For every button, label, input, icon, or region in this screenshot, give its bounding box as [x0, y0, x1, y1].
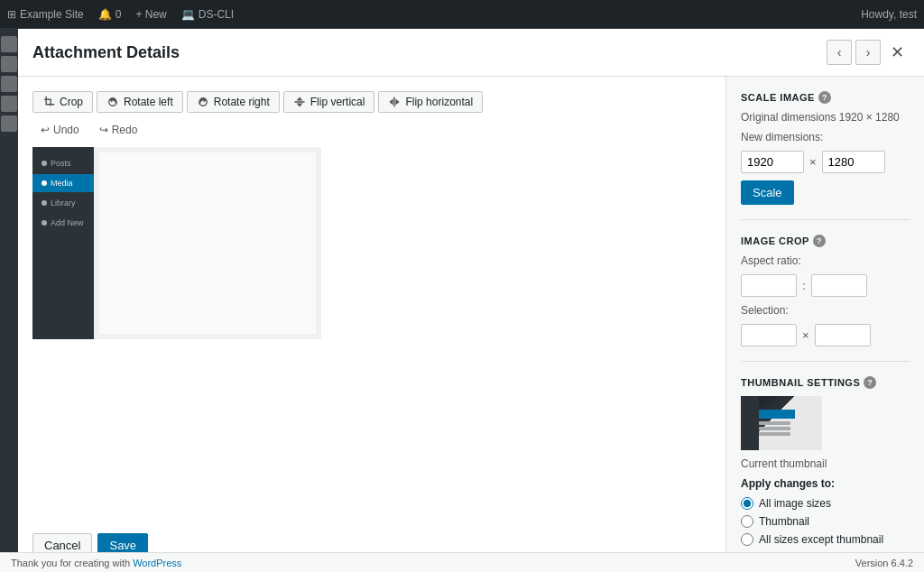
- wp-icon: ⊞: [7, 8, 16, 21]
- aspect-ratio-separator: :: [802, 279, 806, 292]
- sidebar-icon-4: [1, 96, 17, 112]
- dims-separator: ×: [809, 155, 817, 169]
- img-main-sim: [94, 147, 321, 339]
- footer-thanks: Thank you for creating with WordPress: [11, 558, 181, 568]
- original-dims-label: Original dimensions 1920 × 1280: [741, 111, 910, 124]
- aspect-ratio-width-input[interactable]: [741, 274, 797, 297]
- current-thumb-label: Current thumbnail: [741, 457, 910, 470]
- image-crop-section: IMAGE CROP ? Aspect ratio: : Selection: …: [741, 235, 910, 346]
- section-divider-1: [741, 219, 910, 220]
- thumbnail-help-icon[interactable]: ?: [864, 376, 876, 389]
- modal-close-button[interactable]: ✕: [884, 40, 910, 65]
- sidebar-icon-3: [1, 76, 17, 92]
- thumb-text-lines: [759, 421, 790, 436]
- thumb-sidebar: [741, 396, 759, 450]
- attachment-details-modal: Attachment Details ‹ › ✕: [18, 29, 924, 572]
- flip-horizontal-icon: [388, 96, 401, 108]
- history-buttons: ↩ Undo ↪ Redo: [32, 120, 711, 140]
- image-preview-container: Posts Media Library: [32, 147, 711, 522]
- radio-all-sizes-input[interactable]: [741, 497, 753, 510]
- radio-thumbnail-input[interactable]: [741, 515, 753, 528]
- aspect-ratio-label: Aspect ratio:: [741, 254, 910, 267]
- radio-all-sizes[interactable]: All image sizes: [741, 497, 910, 510]
- editor-image-inner: Posts Media Library: [32, 147, 321, 339]
- thumbnail-settings-section: THUMBNAIL SETTINGS ?: [741, 376, 910, 546]
- scale-button[interactable]: Scale: [741, 180, 794, 205]
- scale-image-section: SCALE IMAGE ? Original dimensions 1920 ×…: [741, 91, 910, 205]
- img-sidebar-sim: Posts Media Library: [32, 147, 94, 339]
- image-editor-toolbar: Crop Rotate left Rotate right Flip verti…: [32, 91, 711, 113]
- admin-bar-howdy: Howdy, test: [861, 8, 917, 21]
- scale-help-icon[interactable]: ?: [818, 91, 831, 104]
- selection-separator: ×: [802, 328, 809, 342]
- flip-horizontal-button[interactable]: Flip horizontal: [378, 91, 483, 113]
- admin-bar-cli[interactable]: 💻 DS-CLI: [181, 8, 234, 21]
- wp-sidebar: [0, 29, 18, 572]
- crop-button[interactable]: Crop: [32, 91, 93, 113]
- admin-bar-site[interactable]: ⊞ Example Site: [7, 8, 84, 21]
- sidebar-icon-2: [1, 56, 17, 72]
- aspect-ratio-height-input[interactable]: [811, 274, 867, 297]
- scale-height-input[interactable]: [822, 151, 885, 173]
- modal-nav-buttons: ‹ › ✕: [827, 40, 910, 65]
- dims-row: ×: [741, 151, 910, 173]
- footer-wordpress-link[interactable]: WordPress: [133, 558, 181, 568]
- nav-next-button[interactable]: ›: [855, 40, 881, 65]
- nav-prev-button[interactable]: ‹: [827, 40, 852, 65]
- radio-except-thumbnail[interactable]: All sizes except thumbnail: [741, 533, 910, 546]
- admin-bar-new[interactable]: + New: [135, 8, 166, 21]
- modal-header: Attachment Details ‹ › ✕: [18, 29, 924, 77]
- thumb-text-line-1: [759, 421, 790, 425]
- thumb-blue-bar: [759, 410, 795, 419]
- scale-width-input[interactable]: [741, 151, 804, 173]
- right-sidebar: SCALE IMAGE ? Original dimensions 1920 ×…: [725, 77, 924, 572]
- thumb-inner: [741, 396, 822, 450]
- undo-button[interactable]: ↩ Undo: [32, 120, 88, 140]
- editor-image[interactable]: Posts Media Library: [32, 147, 321, 339]
- img-menu-posts: Posts: [32, 154, 94, 172]
- crop-icon: [42, 96, 55, 108]
- modal-overlay: Attachment Details ‹ › ✕: [18, 29, 924, 572]
- thumb-text-line-3: [759, 432, 790, 436]
- img-menu-media: Media: [32, 174, 94, 192]
- sidebar-icon-1: [1, 36, 17, 52]
- footer-version: Version 6.4.2: [855, 558, 913, 568]
- rotate-right-button[interactable]: Rotate right: [187, 91, 280, 113]
- thumbnail-settings-title: THUMBNAIL SETTINGS ?: [741, 376, 910, 389]
- apply-changes-label: Apply changes to:: [741, 477, 910, 490]
- radio-thumbnail[interactable]: Thumbnail: [741, 515, 910, 528]
- selection-width-input[interactable]: [741, 324, 797, 346]
- admin-bar-updates[interactable]: 🔔 0: [98, 8, 122, 21]
- selection-height-input[interactable]: [815, 324, 871, 346]
- modal-body: Crop Rotate left Rotate right Flip verti…: [18, 77, 924, 572]
- thumb-text-line-2: [759, 427, 790, 430]
- image-editor-main: Crop Rotate left Rotate right Flip verti…: [18, 77, 725, 572]
- flip-vertical-button[interactable]: Flip vertical: [283, 91, 375, 113]
- rotate-right-icon: [197, 96, 209, 108]
- aspect-ratio-row: :: [741, 274, 910, 297]
- rotate-left-icon: [106, 96, 119, 108]
- img-menu-library: Library: [32, 194, 94, 212]
- admin-bar: ⊞ Example Site 🔔 0 + New 💻 DS-CLI Howdy,…: [0, 0, 924, 29]
- modal-title: Attachment Details: [32, 43, 180, 62]
- img-main-sim-inner: [99, 152, 316, 334]
- thumbnail-preview: [741, 396, 822, 450]
- radio-except-thumbnail-input[interactable]: [741, 533, 753, 546]
- rotate-left-button[interactable]: Rotate left: [97, 91, 183, 113]
- scale-image-title: SCALE IMAGE ?: [741, 91, 910, 104]
- selection-row: ×: [741, 324, 910, 346]
- image-crop-title: IMAGE CROP ?: [741, 235, 910, 247]
- redo-button[interactable]: ↪ Redo: [91, 120, 146, 140]
- flip-vertical-icon: [293, 96, 306, 108]
- section-divider-2: [741, 361, 910, 362]
- img-menu-addnew: Add New: [32, 214, 94, 232]
- new-dims-label: New dimensions:: [741, 131, 910, 143]
- apply-changes-radio-group: All image sizes Thumbnail All sizes exce…: [741, 497, 910, 546]
- crop-help-icon[interactable]: ?: [813, 235, 826, 247]
- sidebar-icon-5: [1, 115, 17, 132]
- selection-label: Selection:: [741, 304, 910, 317]
- wp-footer: Thank you for creating with WordPress Ve…: [0, 552, 924, 572]
